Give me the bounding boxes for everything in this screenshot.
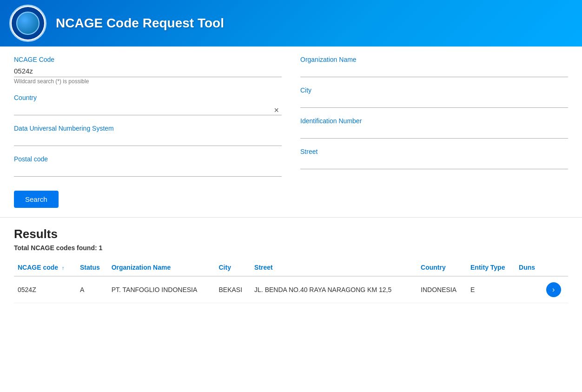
duns-label: Data Universal Numbering System <box>14 125 282 132</box>
identification-number-label: Identification Number <box>300 117 568 125</box>
form-grid: NCAGE Code Wildcard search (*) is possib… <box>14 56 568 186</box>
cell-duns <box>515 276 542 303</box>
identification-number-field: Identification Number <box>300 117 568 139</box>
postal-code-input[interactable] <box>14 165 282 177</box>
table-header-row: NCAGE code ↑ Status Organization Name Ci… <box>14 259 568 276</box>
organization-name-input[interactable] <box>300 65 568 77</box>
col-city: City <box>215 259 251 276</box>
cell-street: JL. BENDA NO.40 RAYA NARAGONG KM 12,5 <box>251 276 417 303</box>
col-org-name: Organization Name <box>108 259 215 276</box>
col-country: Country <box>417 259 467 276</box>
search-button[interactable]: Search <box>14 191 59 208</box>
country-label: Country <box>14 94 282 101</box>
ncage-code-input[interactable] <box>14 65 282 77</box>
city-label: City <box>300 86 568 94</box>
organization-name-label: Organization Name <box>300 56 568 63</box>
results-count-label: Total NCAGE codes found: <box>14 244 97 252</box>
app-title: NCAGE Code Request Tool <box>56 16 224 31</box>
postal-code-field: Postal code <box>14 155 282 177</box>
duns-input[interactable] <box>14 134 282 146</box>
cell-org-name: PT. TANFOGLIO INDONESIA <box>108 276 215 303</box>
street-label: Street <box>300 148 568 155</box>
city-field: City <box>300 86 568 108</box>
results-count: Total NCAGE codes found: 1 <box>14 244 568 252</box>
duns-field: Data Universal Numbering System <box>14 125 282 146</box>
col-action <box>542 259 568 276</box>
app-logo <box>9 5 46 42</box>
table-body: 0524Z A PT. TANFOGLIO INDONESIA BEKASI J… <box>14 276 568 303</box>
ncage-code-label: NCAGE Code <box>14 56 282 63</box>
col-entity-type: Entity Type <box>467 259 515 276</box>
cell-action: › <box>542 276 568 303</box>
identification-number-input[interactable] <box>300 126 568 139</box>
sort-icon: ↑ <box>62 265 65 271</box>
table-row: 0524Z A PT. TANFOGLIO INDONESIA BEKASI J… <box>14 276 568 303</box>
ncage-hint: Wildcard search (*) is possible <box>14 78 282 85</box>
street-input[interactable] <box>300 157 568 169</box>
street-field: Street <box>300 148 568 169</box>
results-table: NCAGE code ↑ Status Organization Name Ci… <box>14 259 568 303</box>
results-title: Results <box>14 227 568 241</box>
col-duns: Duns <box>515 259 542 276</box>
country-field: Country × <box>14 94 282 115</box>
cell-entity-type: E <box>467 276 515 303</box>
col-status: Status <box>76 259 108 276</box>
search-form: NCAGE Code Wildcard search (*) is possib… <box>0 47 582 218</box>
organization-name-field: Organization Name <box>300 56 568 77</box>
cell-status: A <box>76 276 108 303</box>
row-action-button[interactable]: › <box>546 282 561 297</box>
cell-city: BEKASI <box>215 276 251 303</box>
col-ncage-code[interactable]: NCAGE code ↑ <box>14 259 76 276</box>
country-input[interactable] <box>14 103 282 115</box>
cell-ncage-code: 0524Z <box>14 276 76 303</box>
city-input[interactable] <box>300 96 568 108</box>
table-header: NCAGE code ↑ Status Organization Name Ci… <box>14 259 568 276</box>
app-header: NCAGE Code Request Tool <box>0 0 582 47</box>
postal-code-label: Postal code <box>14 155 282 163</box>
ncage-code-field: NCAGE Code Wildcard search (*) is possib… <box>14 56 282 85</box>
cell-country: INDONESIA <box>417 276 467 303</box>
results-section: Results Total NCAGE codes found: 1 NCAGE… <box>0 218 582 312</box>
results-count-value: 1 <box>99 244 103 252</box>
country-clear-button[interactable]: × <box>271 105 282 115</box>
col-street: Street <box>251 259 417 276</box>
